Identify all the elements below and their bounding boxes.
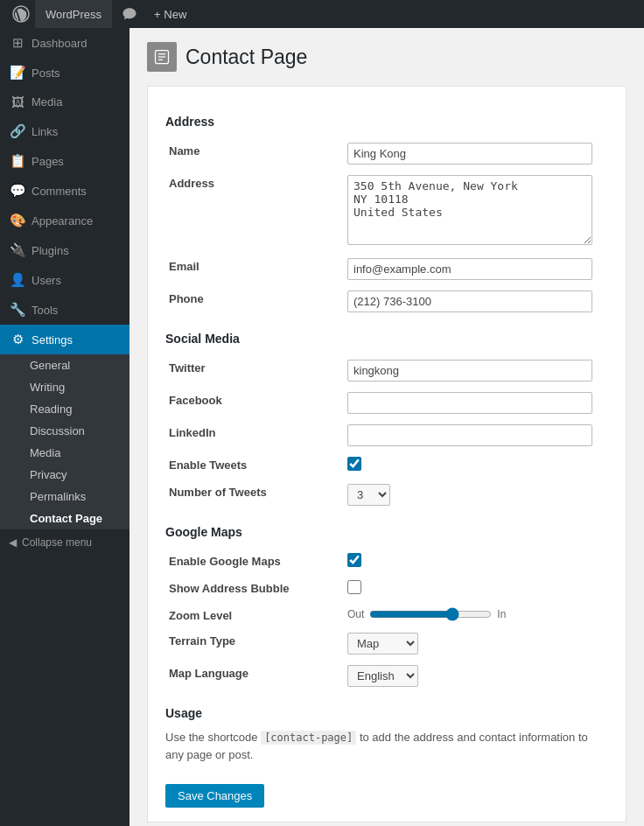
site-name[interactable]: WordPress [35,0,112,28]
name-row: Name [165,137,608,170]
linkedin-input[interactable] [347,424,592,446]
submenu-reading[interactable]: Reading [0,398,130,420]
enable-maps-row: Enable Google Maps [165,548,608,575]
name-input[interactable] [347,143,592,164]
media-icon: 🖼 [9,94,26,109]
show-bubble-checkbox[interactable] [347,580,361,594]
dashboard-icon: ⊞ [9,35,26,51]
sidebar-item-settings[interactable]: ⚙ Settings [0,325,130,354]
enable-maps-checkbox[interactable] [347,553,361,567]
language-select[interactable]: English French German Spanish [347,665,418,687]
zoom-label: Zoom Level [165,602,340,627]
sidebar-item-posts[interactable]: 📝 Posts [0,58,130,88]
enable-maps-label: Enable Google Maps [165,548,340,575]
facebook-input[interactable] [347,392,592,414]
show-bubble-row: Show Address Bubble [165,575,608,602]
content-box: Address Name Address Email Phone [147,86,626,822]
zoom-out-label: Out [347,608,364,620]
num-tweets-label: Number of Tweets [165,479,340,511]
sidebar: ⊞ Dashboard 📝 Posts 🖼 Media 🔗 Links 📋 Pa… [0,28,130,826]
enable-tweets-row: Enable Tweets [165,452,608,479]
zoom-in-label: In [497,608,506,620]
submenu-media[interactable]: Media [0,442,130,464]
email-row: Email [165,253,608,285]
page-title: Contact Page [186,46,307,69]
submenu-permalinks[interactable]: Permalinks [0,486,130,508]
tools-icon: 🔧 [9,302,26,318]
sidebar-item-links[interactable]: 🔗 Links [0,116,130,146]
usage-text: Use the shortcode [contact-page] to add … [165,729,608,763]
links-icon: 🔗 [9,123,26,139]
settings-submenu: General Writing Reading Discussion Media… [0,354,130,529]
collapse-arrow-icon: ◀ [9,536,17,549]
plugins-icon: 🔌 [9,242,26,258]
main-content: Contact Page Address Name Address Email [130,28,644,826]
terrain-label: Terrain Type [165,627,340,660]
submenu-privacy[interactable]: Privacy [0,464,130,486]
submenu-discussion[interactable]: Discussion [0,420,130,442]
sidebar-item-users[interactable]: 👤 Users [0,265,130,295]
terrain-select[interactable]: Map Satellite Terrain Hybrid [347,633,418,654]
save-button[interactable]: Save Changes [165,784,264,808]
sidebar-item-dashboard[interactable]: ⊞ Dashboard [0,28,130,58]
num-tweets-select[interactable]: 3 5 10 [347,484,390,506]
email-label: Email [165,253,340,285]
social-table: Twitter Facebook LinkedIn Enable Tweets … [165,354,608,511]
language-label: Map Language [165,660,340,692]
settings-icon: ⚙ [9,332,26,347]
phone-input[interactable] [347,290,592,312]
appearance-icon: 🎨 [9,213,26,228]
zoom-level-row: Zoom Level Out In [165,602,608,627]
twitter-row: Twitter [165,354,608,387]
enable-tweets-label: Enable Tweets [165,452,340,479]
usage-section-heading: Usage [165,706,608,720]
address-section-heading: Address [165,115,608,129]
collapse-menu-button[interactable]: ◀ Collapse menu [0,529,130,556]
new-menu[interactable]: + New [144,0,197,28]
wp-logo[interactable] [7,0,35,28]
zoom-range-row: Out In [347,607,605,621]
show-bubble-label: Show Address Bubble [165,575,340,602]
sidebar-item-comments[interactable]: 💬 Comments [0,176,130,206]
comments-icon: 💬 [9,183,26,199]
sidebar-item-plugins[interactable]: 🔌 Plugins [0,235,130,265]
map-language-row: Map Language English French German Spani… [165,660,608,692]
facebook-row: Facebook [165,387,608,419]
name-label: Name [165,137,340,170]
sidebar-item-tools[interactable]: 🔧 Tools [0,295,130,325]
twitter-label: Twitter [165,354,340,387]
phone-label: Phone [165,285,340,318]
users-icon: 👤 [9,272,26,288]
terrain-type-row: Terrain Type Map Satellite Terrain Hybri… [165,627,608,660]
address-textarea[interactable] [347,175,592,245]
admin-bar: WordPress + New [0,0,644,28]
submenu-contact-page[interactable]: Contact Page [0,508,130,529]
phone-row: Phone [165,285,608,318]
twitter-input[interactable] [347,360,592,382]
shortcode: [contact-page] [261,731,356,745]
maps-section-heading: Google Maps [165,525,608,539]
zoom-slider[interactable] [369,607,492,621]
sidebar-item-appearance[interactable]: 🎨 Appearance [0,206,130,235]
facebook-label: Facebook [165,387,340,419]
address-row: Address [165,170,608,253]
social-section-heading: Social Media [165,332,608,346]
enable-tweets-checkbox[interactable] [347,457,361,471]
address-label: Address [165,170,340,253]
page-title-row: Contact Page [147,42,626,72]
submenu-general[interactable]: General [0,354,130,376]
linkedin-label: LinkedIn [165,419,340,452]
email-input[interactable] [347,258,592,280]
pages-icon: 📋 [9,153,26,169]
maps-table: Enable Google Maps Show Address Bubble Z… [165,548,608,692]
submenu-writing[interactable]: Writing [0,376,130,398]
address-table: Name Address Email Phone [165,137,608,318]
posts-icon: 📝 [9,65,26,80]
sidebar-item-media[interactable]: 🖼 Media [0,88,130,116]
bubble-icon[interactable] [116,0,144,28]
sidebar-item-pages[interactable]: 📋 Pages [0,146,130,176]
num-tweets-row: Number of Tweets 3 5 10 [165,479,608,511]
linkedin-row: LinkedIn [165,419,608,452]
page-title-icon [147,42,177,72]
